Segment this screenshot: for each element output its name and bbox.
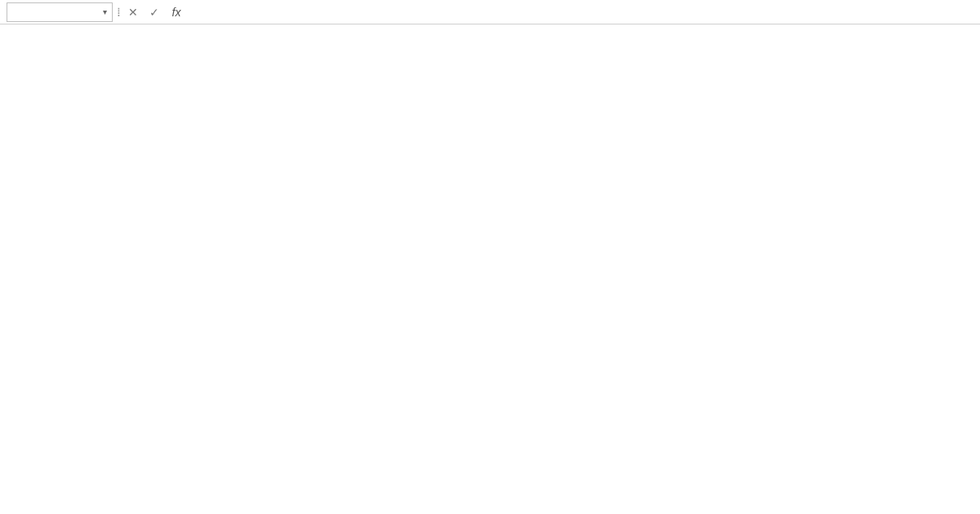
name-box[interactable]: ▾: [7, 2, 113, 22]
spreadsheet-grid[interactable]: [0, 24, 980, 514]
enter-icon[interactable]: ✓: [145, 3, 163, 21]
divider: ⁞: [116, 3, 121, 21]
fx-icon[interactable]: fx: [167, 6, 186, 19]
formula-input[interactable]: [189, 2, 973, 22]
formula-bar: ▾ ⁞ ✕ ✓ fx: [0, 0, 980, 24]
chevron-down-icon[interactable]: ▾: [103, 7, 107, 16]
cancel-icon[interactable]: ✕: [124, 3, 142, 21]
